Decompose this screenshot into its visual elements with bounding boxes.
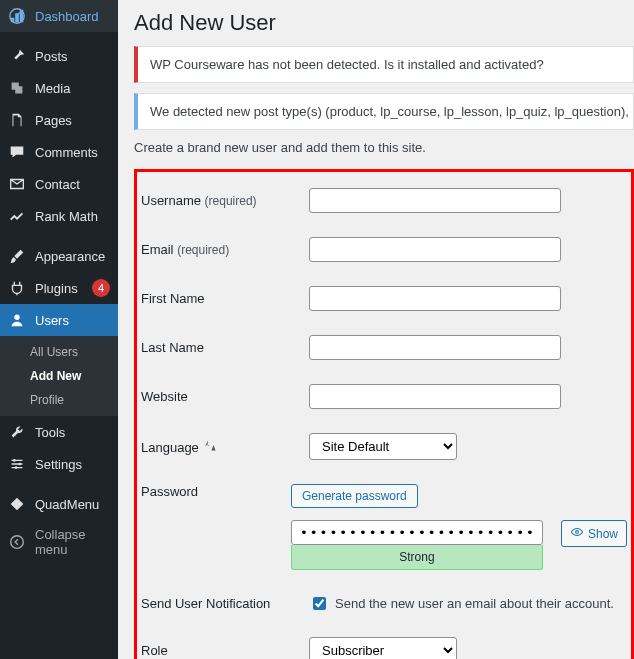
svg-point-2 — [13, 459, 16, 462]
sidebar-item-users[interactable]: Users — [0, 304, 118, 336]
sidebar-label: Plugins — [35, 281, 83, 296]
website-label: Website — [141, 389, 309, 404]
website-input[interactable] — [309, 384, 561, 409]
sidebar-item-comments[interactable]: Comments — [0, 136, 118, 168]
sidebar-label: Settings — [35, 457, 110, 472]
notice-info: We detected new post type(s) (product, l… — [134, 93, 634, 130]
sidebar-item-dashboard[interactable]: Dashboard — [0, 0, 118, 32]
username-input[interactable] — [309, 188, 561, 213]
sidebar-item-plugins[interactable]: Plugins 4 — [0, 272, 118, 304]
svg-point-1 — [14, 315, 19, 320]
sidebar-label: Posts — [35, 49, 110, 64]
sidebar-label: Pages — [35, 113, 110, 128]
sliders-icon — [8, 455, 26, 473]
firstname-input[interactable] — [309, 286, 561, 311]
comment-icon — [8, 143, 26, 161]
email-label: Email (required) — [141, 242, 309, 257]
submenu-add-new[interactable]: Add New — [0, 364, 118, 388]
diamond-icon — [8, 495, 26, 513]
page-icon — [8, 111, 26, 129]
password-label: Password — [141, 484, 291, 499]
sidebar-label: Appearance — [35, 249, 110, 264]
sidebar-item-rankmath[interactable]: Rank Math — [0, 200, 118, 232]
email-input[interactable] — [309, 237, 561, 262]
lastname-label: Last Name — [141, 340, 309, 355]
role-select[interactable]: Subscriber — [309, 637, 457, 659]
submenu-all-users[interactable]: All Users — [0, 340, 118, 364]
svg-point-3 — [18, 463, 21, 466]
firstname-label: First Name — [141, 291, 309, 306]
username-label: Username (required) — [141, 193, 309, 208]
sidebar-item-media[interactable]: Media — [0, 72, 118, 104]
chart-icon — [8, 207, 26, 225]
svg-point-5 — [11, 536, 24, 549]
notify-checkbox-row[interactable]: Send the new user an email about their a… — [309, 594, 627, 613]
dashboard-icon — [8, 7, 26, 25]
notify-text: Send the new user an email about their a… — [335, 596, 614, 611]
svg-point-6 — [576, 531, 579, 534]
collapse-icon — [8, 533, 26, 551]
eye-icon — [570, 525, 584, 542]
password-input[interactable] — [291, 520, 543, 545]
notify-checkbox[interactable] — [313, 597, 326, 610]
sidebar-label: Users — [35, 313, 110, 328]
sidebar-item-settings[interactable]: Settings — [0, 448, 118, 480]
sidebar-item-pages[interactable]: Pages — [0, 104, 118, 136]
mail-icon — [8, 175, 26, 193]
generate-password-button[interactable]: Generate password — [291, 484, 418, 508]
brush-icon — [8, 247, 26, 265]
show-password-button[interactable]: Show — [561, 520, 627, 547]
sidebar-label: Media — [35, 81, 110, 96]
sidebar-label: Rank Math — [35, 209, 110, 224]
sidebar-label: Contact — [35, 177, 110, 192]
media-icon — [8, 79, 26, 97]
sidebar-label: Tools — [35, 425, 110, 440]
sidebar-label: Comments — [35, 145, 110, 160]
admin-sidebar: Dashboard Posts Media Pages Comments Con… — [0, 0, 118, 659]
sidebar-label: Dashboard — [35, 9, 110, 24]
submenu-profile[interactable]: Profile — [0, 388, 118, 412]
pin-icon — [8, 47, 26, 65]
sidebar-item-collapse[interactable]: Collapse menu — [0, 520, 118, 564]
sidebar-item-contact[interactable]: Contact — [0, 168, 118, 200]
notify-label: Send User Notification — [141, 596, 309, 611]
sidebar-item-tools[interactable]: Tools — [0, 416, 118, 448]
plug-icon — [8, 279, 26, 297]
password-strength: Strong — [291, 545, 543, 570]
page-description: Create a brand new user and add them to … — [134, 140, 634, 155]
page-title: Add New User — [134, 10, 634, 36]
notice-error: WP Courseware has not been detected. Is … — [134, 46, 634, 83]
users-submenu: All Users Add New Profile — [0, 336, 118, 416]
translate-icon — [203, 438, 217, 452]
svg-point-4 — [15, 466, 18, 469]
sidebar-label: Collapse menu — [35, 527, 110, 557]
sidebar-label: QuadMenu — [35, 497, 110, 512]
sidebar-item-posts[interactable]: Posts — [0, 40, 118, 72]
language-select[interactable]: Site Default — [309, 433, 457, 460]
role-label: Role — [141, 643, 309, 658]
lastname-input[interactable] — [309, 335, 561, 360]
user-icon — [8, 311, 26, 329]
add-user-form: Username (required) Email (required) Fir… — [134, 169, 634, 659]
sidebar-item-appearance[interactable]: Appearance — [0, 240, 118, 272]
main-content: Add New User WP Courseware has not been … — [118, 0, 634, 659]
sidebar-item-quadmenu[interactable]: QuadMenu — [0, 488, 118, 520]
language-label: Language — [141, 438, 309, 455]
wrench-icon — [8, 423, 26, 441]
plugins-update-badge: 4 — [92, 279, 110, 297]
